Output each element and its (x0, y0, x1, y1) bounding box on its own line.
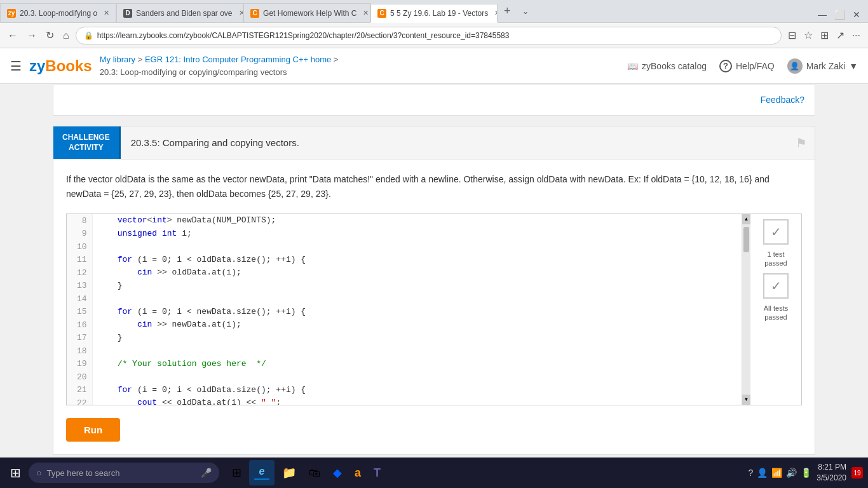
minimize-button[interactable]: — (815, 7, 829, 22)
address-bar-wrap[interactable]: 🔒 (76, 27, 782, 44)
code-content: unsigned int i; (92, 227, 742, 240)
feedback-link[interactable]: Feedback? (761, 95, 804, 105)
code-content: } (92, 331, 742, 344)
back-button[interactable]: ← (5, 27, 20, 44)
task-view-button[interactable]: ⊞ (227, 460, 247, 485)
tab1-label: 20.3. Loop-modifying o (20, 9, 97, 18)
line-number: 18 (67, 344, 92, 358)
tab2-label: Sanders and Biden spar ove (136, 9, 232, 18)
volume-icon[interactable]: 🔊 (786, 468, 797, 478)
line-number: 9 (67, 227, 92, 240)
tab2-close[interactable]: ✕ (239, 9, 244, 17)
line-number: 17 (67, 331, 92, 344)
zybooks-logo: zyBooks (29, 57, 92, 75)
dropbox-button[interactable]: ◆ (328, 460, 347, 485)
line-number: 8 (67, 214, 92, 227)
settings-button[interactable]: ··· (850, 27, 863, 44)
taskbar-search-box[interactable]: ○ 🎤 (29, 463, 219, 483)
taskbar: ⊞ ○ 🎤 ⊞ e 📁 🛍 ◆ a (0, 458, 868, 488)
restore-button[interactable]: ⬜ (832, 7, 848, 22)
code-editor[interactable]: 8 vector<int> newData(NUM_POINTS);9 unsi… (67, 214, 742, 405)
amazon-button[interactable]: a (349, 460, 366, 485)
table-row: 22 cout << oldData.at(i) << " "; (67, 396, 742, 405)
browser-toolbar: ← → ↻ ⌂ 🔒 ⊟ ☆ ⊞ ↗ ··· (0, 23, 868, 48)
share-button[interactable]: ↗ (834, 27, 847, 44)
code-content (92, 292, 742, 306)
new-tab-button[interactable]: + (498, 4, 517, 18)
help-button[interactable]: ? Help/FAQ (719, 60, 775, 72)
tab3-close[interactable]: ✕ (363, 9, 369, 17)
scrollbar-down-button[interactable]: ▼ (742, 395, 750, 405)
address-bar[interactable] (97, 31, 773, 40)
test1-label-text: 1 testpassed (764, 250, 787, 267)
user-dropdown-icon: ▼ (849, 61, 858, 71)
tab-4[interactable]: C 5 5 Zy 19.6. Lab 19 - Vectors ✕ (370, 4, 498, 23)
start-button[interactable]: ⊞ (5, 463, 26, 483)
line-number: 11 (67, 253, 92, 266)
clock-time: 8:21 PM (817, 462, 846, 473)
tab-overflow-button[interactable]: ⌄ (517, 7, 534, 16)
tab-2[interactable]: D Sanders and Biden spar ove ✕ (116, 3, 243, 22)
table-row: 16 cin >> newData.at(i); (67, 318, 742, 332)
table-row: 12 cin >> oldData.at(i); (67, 266, 742, 280)
help-circle-icon[interactable]: ? (748, 468, 753, 478)
file-explorer-button[interactable]: 📁 (277, 460, 301, 485)
scrollbar-up-button[interactable]: ▲ (742, 214, 750, 224)
store-icon: 🛍 (309, 466, 320, 480)
people-icon[interactable]: 👤 (757, 468, 768, 478)
home-button[interactable]: ⌂ (60, 27, 72, 44)
line-number: 14 (67, 292, 92, 306)
catalog-label: zyBooks catalog (642, 61, 707, 71)
store-button[interactable]: 🛍 (304, 460, 325, 485)
lock-icon: 🔒 (84, 31, 93, 40)
code-editor-wrap: 8 vector<int> newData(NUM_POINTS);9 unsi… (66, 214, 802, 405)
header-right: 📖 zyBooks catalog ? Help/FAQ 👤 Mark Zaki… (627, 58, 858, 74)
table-row: 15 for (i = 0; i < newData.size(); ++i) … (67, 305, 742, 318)
tab2-favicon: D (123, 9, 132, 18)
breadcrumb-library[interactable]: My library (100, 55, 135, 64)
run-button[interactable]: Run (66, 418, 120, 442)
browser-tabs: zy 20.3. Loop-modifying o ✕ D Sanders an… (0, 0, 868, 23)
code-content: vector<int> newData(NUM_POINTS); (92, 214, 742, 227)
tab1-close[interactable]: ✕ (104, 9, 109, 17)
challenge-label: CHALLENGE ACTIVITY (53, 126, 121, 159)
reading-view-button[interactable]: ⊟ (785, 27, 799, 44)
menu-icon[interactable]: ☰ (10, 58, 22, 74)
tab3-favicon: C (250, 9, 259, 18)
forward-button[interactable]: → (24, 27, 39, 44)
clock-date: 3/5/2020 (817, 473, 846, 484)
user-name: Mark Zaki (806, 61, 845, 71)
amazon-icon: a (355, 466, 361, 480)
challenge-header: CHALLENGE ACTIVITY 20.3.5: Comparing and… (53, 126, 815, 159)
notification-button[interactable]: 19 (851, 467, 863, 478)
tab-3[interactable]: C Get Homework Help With C ✕ (243, 3, 370, 22)
close-window-button[interactable]: ✕ (850, 7, 863, 22)
favorites-button[interactable]: ☆ (801, 27, 815, 44)
taskbar-clock[interactable]: 8:21 PM 3/5/2020 (817, 462, 846, 484)
code-scrollbar[interactable]: ▲ ▼ (742, 214, 750, 405)
scrollbar-thumb[interactable] (743, 227, 749, 252)
user-menu-button[interactable]: 👤 Mark Zaki ▼ (787, 58, 858, 74)
main-content-area: Feedback? CHALLENGE ACTIVITY 20.3.5: Com… (0, 84, 868, 458)
taskbar-search-input[interactable] (46, 468, 196, 478)
edge-browser-button[interactable]: e (249, 460, 275, 485)
table-row: 17 } (67, 331, 742, 344)
tab-1[interactable]: zy 20.3. Loop-modifying o ✕ (0, 3, 116, 22)
favorites-bar-button[interactable]: ⊞ (818, 27, 831, 44)
teams-icon: T (374, 466, 381, 480)
battery-icon[interactable]: 🔋 (801, 468, 811, 478)
refresh-button[interactable]: ↻ (43, 27, 57, 44)
teams-button[interactable]: T (369, 460, 386, 485)
tab3-label: Get Homework Help With C (263, 9, 356, 18)
table-row: 10 (67, 240, 742, 254)
code-content: for (i = 0; i < newData.size(); ++i) { (92, 305, 742, 318)
task-view-icon: ⊞ (232, 466, 241, 480)
zybooks-catalog-button[interactable]: 📖 zyBooks catalog (627, 61, 707, 71)
line-number: 15 (67, 305, 92, 318)
taskbar-mic-icon[interactable]: 🎤 (201, 468, 212, 478)
table-row: 11 for (i = 0; i < oldData.size(); ++i) … (67, 253, 742, 266)
bookmark-icon[interactable]: ⚑ (796, 135, 807, 151)
line-number: 21 (67, 383, 92, 396)
breadcrumb-course[interactable]: EGR 121: Intro Computer Programming C++ … (145, 55, 331, 64)
network-icon[interactable]: 📶 (771, 468, 782, 478)
